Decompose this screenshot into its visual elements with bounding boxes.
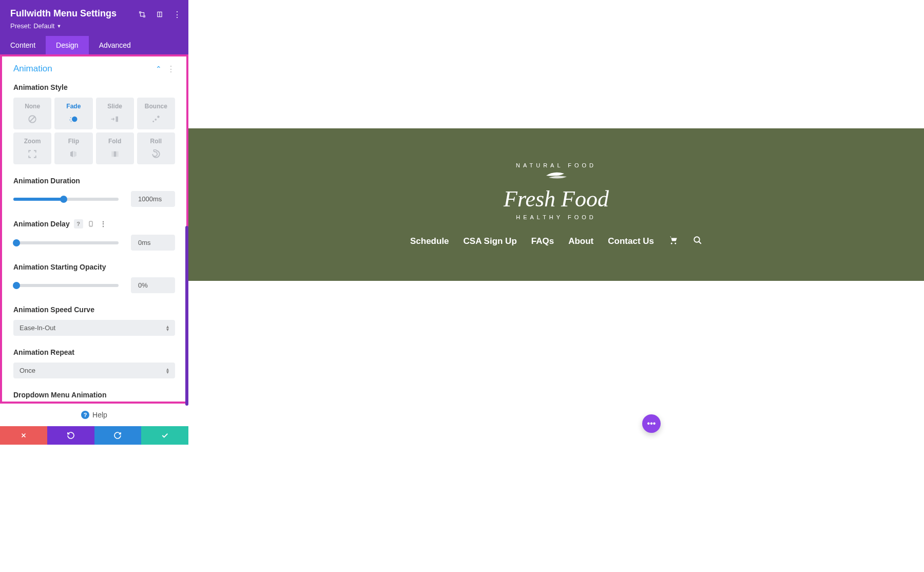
section-title: Animation [13, 64, 52, 74]
fab-button[interactable]: ••• [642, 414, 661, 433]
speed-curve-field: Animation Speed Curve Ease-In-Out ▴▾ [2, 301, 186, 344]
bounce-icon [151, 114, 161, 124]
opacity-field: Animation Starting Opacity 0% [2, 259, 186, 301]
preset-selector[interactable]: Preset: Default ▼ [10, 22, 178, 30]
zoom-icon [27, 149, 37, 159]
chevron-up-icon[interactable]: ⌃ [156, 65, 162, 73]
settings-panel: Fullwidth Menu Settings Preset: Default … [0, 0, 188, 445]
nav-faqs[interactable]: FAQs [531, 236, 554, 246]
kebab-icon[interactable]: ⋮ [99, 219, 108, 228]
svg-point-6 [70, 117, 71, 118]
svg-line-4 [30, 117, 35, 122]
nav-menu: Schedule CSA Sign Up FAQs About Contact … [410, 236, 702, 247]
kebab-icon[interactable]: ⋮ [167, 64, 175, 74]
help-icon[interactable]: ? [74, 219, 83, 228]
select-caret-icon: ▴▾ [166, 368, 169, 374]
svg-point-8 [71, 121, 72, 122]
help-link[interactable]: ? Help [0, 404, 188, 426]
delay-field: Animation Delay ? ⋮ 0ms [2, 215, 186, 259]
svg-rect-9 [116, 117, 118, 122]
panel-footer [0, 426, 188, 445]
nav-contact[interactable]: Contact Us [608, 236, 654, 246]
style-slide[interactable]: Slide [96, 98, 134, 129]
style-zoom[interactable]: Zoom [13, 132, 51, 164]
repeat-field: Animation Repeat Once ▴▾ [2, 344, 186, 387]
svg-point-11 [155, 119, 157, 121]
field-label: Animation Starting Opacity [13, 263, 175, 271]
nav-csa[interactable]: CSA Sign Up [464, 236, 517, 246]
svg-rect-14 [113, 151, 116, 157]
tab-design[interactable]: Design [46, 36, 89, 54]
delay-value[interactable]: 0ms [131, 235, 175, 251]
panel-header: Fullwidth Menu Settings Preset: Default … [0, 0, 188, 36]
slide-icon [110, 114, 120, 124]
svg-rect-13 [111, 151, 114, 157]
undo-button[interactable] [47, 426, 94, 445]
leaf-icon [504, 169, 609, 184]
roll-icon [151, 149, 161, 159]
redo-button[interactable] [94, 426, 142, 445]
hero-section: NATURAL FOOD Fresh Food HEALTHY FOOD Sch… [188, 128, 924, 281]
svg-point-7 [70, 119, 71, 120]
save-button[interactable] [141, 426, 188, 445]
svg-rect-15 [116, 151, 119, 157]
field-label: Dropdown Menu Animation [13, 391, 175, 399]
search-icon[interactable] [693, 236, 702, 247]
svg-rect-0 [141, 13, 144, 16]
style-fade[interactable]: Fade [54, 98, 92, 129]
preview-area: NATURAL FOOD Fresh Food HEALTHY FOOD Sch… [188, 0, 924, 572]
drag-icon[interactable] [156, 10, 164, 18]
delay-slider[interactable] [13, 241, 119, 244]
fade-icon [68, 114, 79, 124]
expand-icon[interactable] [138, 10, 146, 18]
duration-field: Animation Duration 1000ms [2, 173, 186, 215]
field-label: Animation Speed Curve [13, 306, 175, 314]
style-roll[interactable]: Roll [137, 132, 175, 164]
duration-slider[interactable] [13, 198, 119, 201]
repeat-select[interactable]: Once ▴▾ [13, 363, 175, 378]
help-circle-icon: ? [81, 411, 89, 419]
nav-about[interactable]: About [568, 236, 593, 246]
mobile-icon[interactable] [86, 219, 95, 228]
cart-icon[interactable] [668, 236, 679, 247]
animation-style-field: Animation Style None Fade Slide Bounce Z… [2, 79, 186, 173]
flip-icon [68, 149, 79, 159]
kebab-icon[interactable]: ⋮ [173, 10, 181, 18]
field-label: Animation Style [13, 83, 175, 91]
field-label: Animation Delay ? ⋮ [13, 219, 175, 228]
fold-icon [110, 149, 120, 159]
tab-advanced[interactable]: Advanced [89, 36, 141, 54]
select-caret-icon: ▴▾ [166, 325, 169, 331]
svg-point-10 [152, 121, 154, 122]
style-none[interactable]: None [13, 98, 51, 129]
opacity-slider[interactable] [13, 284, 119, 287]
svg-point-12 [157, 116, 160, 118]
svg-point-20 [694, 237, 700, 242]
caret-down-icon: ▼ [56, 24, 61, 29]
svg-point-5 [72, 117, 78, 122]
section-header[interactable]: Animation ⌃ ⋮ [2, 56, 186, 79]
field-label: Animation Repeat [13, 348, 175, 356]
field-label: Animation Duration [13, 177, 175, 185]
style-fold[interactable]: Fold [96, 132, 134, 164]
tabs: Content Design Advanced [0, 36, 188, 54]
logo: NATURAL FOOD Fresh Food HEALTHY FOOD [504, 162, 609, 220]
tab-content[interactable]: Content [0, 36, 46, 54]
cancel-button[interactable] [0, 426, 47, 445]
style-bounce[interactable]: Bounce [137, 98, 175, 129]
dropdown-anim-field: Dropdown Menu Animation Fade ▴▾ [2, 387, 186, 404]
opacity-value[interactable]: 0% [131, 277, 175, 293]
style-flip[interactable]: Flip [54, 132, 92, 164]
style-grid: None Fade Slide Bounce Zoom Flip Fold Ro… [13, 98, 175, 164]
svg-line-21 [699, 241, 701, 244]
panel-body: Animation ⌃ ⋮ Animation Style None Fade … [0, 54, 188, 404]
none-icon [27, 114, 37, 124]
nav-schedule[interactable]: Schedule [410, 236, 449, 246]
duration-value[interactable]: 1000ms [131, 191, 175, 207]
speed-curve-select[interactable]: Ease-In-Out ▴▾ [13, 320, 175, 336]
